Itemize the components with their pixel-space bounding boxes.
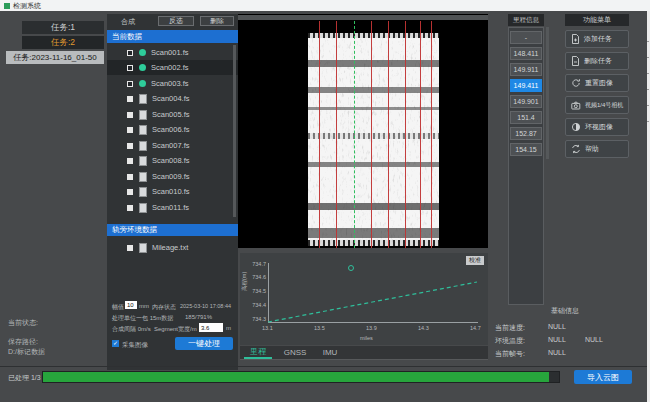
file-name: Scan009.fs xyxy=(152,172,190,181)
mileage-item-button[interactable]: 154.15 xyxy=(510,143,542,156)
file-list-scrollbar[interactable] xyxy=(233,45,236,217)
task-2-button[interactable]: 任务:2 xyxy=(22,36,104,49)
tab-imu[interactable]: IMU xyxy=(316,346,344,359)
file-checkbox[interactable] xyxy=(127,81,133,87)
file-name: Scan005.fs xyxy=(152,110,190,119)
progress-bar xyxy=(42,371,560,383)
file-checkbox[interactable] xyxy=(127,65,133,71)
menu-label: 环视图像 xyxy=(585,122,613,132)
file-checkbox[interactable] xyxy=(127,174,133,180)
file-checkbox[interactable] xyxy=(127,189,133,195)
file-name: Scan003.fs xyxy=(151,79,189,88)
radar-view[interactable] xyxy=(238,14,488,248)
file-row[interactable]: Scan009.fs xyxy=(107,169,238,184)
file-icon xyxy=(139,187,147,197)
save-path-value: D:/标记数据 xyxy=(8,347,45,357)
menu-label: 帮助 xyxy=(585,144,599,154)
red-cursor-line xyxy=(388,21,389,248)
process-unit-label: 处理单位一包 15m数据 xyxy=(112,314,173,323)
file-icon xyxy=(139,125,147,135)
remove-task-button[interactable]: 删除任务 xyxy=(565,52,629,70)
edge-mark xyxy=(647,41,649,42)
mileage-item-button[interactable]: 149.911 xyxy=(510,63,542,76)
mileage-item-button[interactable]: 149.901 xyxy=(510,95,542,108)
file-row[interactable]: Scan008.fs xyxy=(107,153,238,168)
add-task-button[interactable]: 添加任务 xyxy=(565,30,629,48)
menu-label: 删除任务 xyxy=(584,56,612,66)
elevation-chart-panel: 校准 734.7 734.6 734.5 734.4 734.3 高程(m) 1… xyxy=(240,253,488,345)
reset-view-icon xyxy=(571,78,581,88)
invert-selection-button[interactable]: 反选 xyxy=(158,16,194,26)
delete-button[interactable]: 删除 xyxy=(200,16,234,26)
red-cursor-line xyxy=(336,21,337,248)
file-checkbox[interactable] xyxy=(127,245,133,251)
app-icon xyxy=(4,3,10,9)
chart-tabbar: 里程 GNSS IMU xyxy=(240,346,488,360)
menu-label: 添加任务 xyxy=(584,34,612,44)
mileage-list-header: 里程信息 xyxy=(508,14,544,26)
file-row[interactable]: Scan010.fs xyxy=(107,184,238,199)
env-file-row[interactable]: Mileage.txt xyxy=(107,240,238,255)
amplitude-input[interactable]: 10 xyxy=(125,301,137,309)
mileage-item-button[interactable]: 152.87 xyxy=(510,127,542,140)
window-title: 检测系统 xyxy=(13,1,41,11)
mileage-item-button[interactable]: 149.411 xyxy=(510,79,542,92)
file-icon xyxy=(139,94,147,104)
file-name: Scan007.fs xyxy=(152,141,190,150)
file-checkbox[interactable] xyxy=(127,50,133,56)
import-cloud-button[interactable]: 导入云图 xyxy=(574,370,632,384)
camera-video-button[interactable]: 视频1/4号相机 xyxy=(565,96,629,114)
processed-file-icon xyxy=(139,80,146,87)
file-checkbox[interactable] xyxy=(127,143,133,149)
mileage-item-button[interactable]: 151.4 xyxy=(510,111,542,124)
info-row-value: NULL xyxy=(548,336,566,343)
file-checkbox[interactable] xyxy=(127,205,133,211)
red-cursor-line xyxy=(319,21,320,248)
file-row[interactable]: Scan006.fs xyxy=(107,122,238,137)
info-panel-header: 基础信息 xyxy=(490,306,640,316)
file-icon xyxy=(139,203,147,213)
contrast-icon xyxy=(571,122,581,132)
tab-mileage[interactable]: 里程 xyxy=(244,346,272,359)
reset-view-button[interactable]: 重置图像 xyxy=(565,74,629,92)
tab-gnss[interactable]: GNSS xyxy=(278,346,312,359)
file-row[interactable]: Scan007.fs xyxy=(107,138,238,153)
task-1-button[interactable]: 任务:1 xyxy=(22,21,104,34)
file-checkbox[interactable] xyxy=(127,158,133,164)
file-name: Scan001.fs xyxy=(151,48,189,57)
process-all-button[interactable]: 一键处理 xyxy=(175,337,233,350)
file-row[interactable]: Scan003.fs xyxy=(107,76,238,91)
red-cursor-line xyxy=(371,21,372,248)
file-name: Scan004.fs xyxy=(152,94,190,103)
capture-checkbox[interactable]: ✓ xyxy=(112,340,119,347)
help-button[interactable]: 帮助 xyxy=(565,140,629,158)
file-row[interactable]: Scan002.fs xyxy=(107,60,238,75)
edge-mark xyxy=(647,89,649,90)
file-checkbox[interactable] xyxy=(127,127,133,133)
file-checkbox[interactable] xyxy=(127,96,133,102)
file-panel: 合成 反选 删除 当前数据 Scan001.fs Scan002.fs Scan… xyxy=(107,14,238,370)
file-row[interactable]: Scan004.fs xyxy=(107,91,238,106)
timestamp: 2025-03-10 17:08:44 xyxy=(180,303,231,309)
env-data-header[interactable]: 轨旁环境数据 xyxy=(107,224,238,236)
mileage-list-scrollbar[interactable] xyxy=(546,27,549,159)
file-icon xyxy=(139,110,147,120)
mileage-item-button[interactable]: - xyxy=(510,31,542,44)
radar-topbar xyxy=(238,15,488,20)
file-checkbox[interactable] xyxy=(127,112,133,118)
function-menu-header: 功能菜单 xyxy=(565,14,629,26)
file-row[interactable]: Scan001.fs xyxy=(107,45,238,60)
mileage-item-button[interactable]: 148.411 xyxy=(510,47,542,60)
info-row-label: 当前速度: xyxy=(495,323,525,333)
segment-width-input[interactable]: 3.6 xyxy=(199,323,223,332)
file-row[interactable]: Scan011.fs xyxy=(107,200,238,215)
current-data-header[interactable]: 当前数据 xyxy=(107,30,238,43)
file-row[interactable]: Scan005.fs xyxy=(107,107,238,122)
info-row-value-2: NULL xyxy=(585,336,603,343)
info-row-label: 环境温度: xyxy=(495,336,525,346)
surround-view-button[interactable]: 环视图像 xyxy=(565,118,629,136)
red-cursor-line xyxy=(405,21,406,248)
red-cursor-line xyxy=(431,21,432,248)
remove-file-icon xyxy=(571,56,580,66)
task-date-button[interactable]: 任务:2023-11-16_01-50 xyxy=(6,51,104,64)
